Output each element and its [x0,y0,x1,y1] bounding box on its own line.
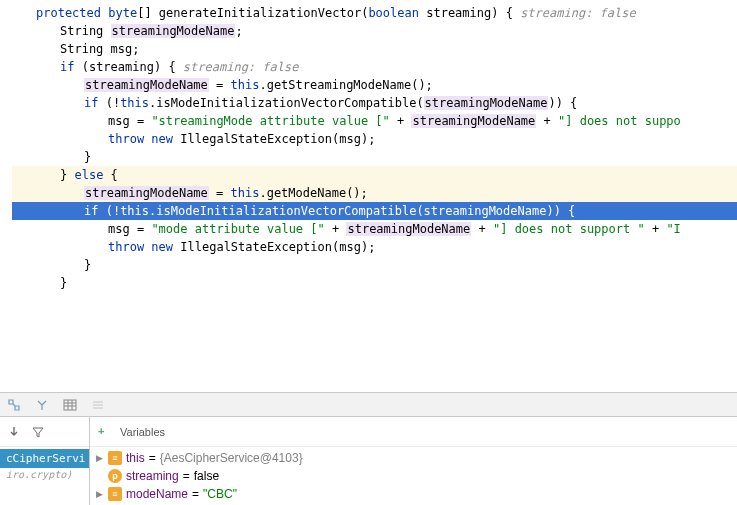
variable: msg [108,114,130,128]
variable: streamingModeName [411,114,536,128]
keyword: this [231,78,260,92]
method-call: getStreamingModeName [267,78,412,92]
expand-arrow-icon[interactable]: ▶ [94,489,104,499]
keyword: this [120,96,149,110]
code-line: } [12,256,737,274]
variable-name: this [126,451,145,465]
string-literal: "] does not suppo [558,114,681,128]
code-line: msg = "mode attribute value [" + streami… [12,220,737,238]
stack-frame-package: iro.crypto) [0,468,89,481]
code-line: streamingModeName = this.getStreamingMod… [12,76,737,94]
field-icon: ≡ [108,487,122,501]
variable-name: modeName [126,487,188,501]
keyword: new [151,240,173,254]
variable: streaming [89,60,154,74]
keyword: throw [108,132,144,146]
method-call: isModeInitializationVectorCompatible [156,96,416,110]
keyword: boolean [368,6,419,20]
string-literal: "streamingMode attribute value [" [151,114,389,128]
variable-row[interactable]: ▶ ≡ modeName = "CBC" [94,485,733,503]
variables-title: Variables [120,426,165,438]
debug-pane: cCipherServi iro.crypto) + Variables ▶ ≡… [0,417,737,505]
code-line: streamingModeName = this.getModeName(); [12,184,737,202]
code-line: protected byte[] generateInitializationV… [12,4,737,22]
variable: msg [111,42,133,56]
step-down-icon[interactable] [6,424,22,440]
keyword: if [84,96,98,110]
expand-arrow-icon[interactable]: ▶ [94,453,104,463]
equals: = [183,469,190,483]
code-line: } [12,274,737,292]
variable: msg [339,132,361,146]
type: String [60,42,103,56]
svg-rect-0 [64,400,76,410]
field-icon: ≡ [108,451,122,465]
variable: streamingModeName [111,24,236,38]
settings-icon[interactable] [34,397,50,413]
method-call: isModeInitializationVectorCompatible [156,204,416,218]
keyword: protected [36,6,101,20]
code-line: if (!this.isModeInitializationVectorComp… [12,94,737,112]
type: IllegalStateException [180,132,332,146]
variable: streamingModeName [424,204,547,218]
variable-value: false [194,469,219,483]
stack-frame[interactable]: cCipherServi [0,449,89,468]
keyword: this [231,186,260,200]
variable-value: {AesCipherService@4103} [160,451,303,465]
add-watch-icon[interactable]: + [98,425,112,439]
frames-toolbar [0,417,89,447]
debug-toolbar [0,393,737,417]
variable-name: streaming [126,469,179,483]
param: streaming [426,6,491,20]
method-call: getModeName [267,186,346,200]
string-literal: "mode attribute value [" [151,222,324,236]
string-literal: "] does not support " [493,222,645,236]
variable: msg [339,240,361,254]
keyword: else [74,168,103,182]
code-line: throw new IllegalStateException(msg); [12,130,737,148]
code-line: } [12,148,737,166]
method-name: generateInitializationVector [159,6,361,20]
keyword: new [151,132,173,146]
code-line: } else { [12,166,737,184]
frames-panel: cCipherServi iro.crypto) [0,417,90,505]
variables-header: + Variables [90,417,737,447]
variable-value: "CBC" [203,487,237,501]
variable: streamingModeName [84,186,209,200]
keyword: this [120,204,149,218]
inline-hint: streaming: false [520,6,636,20]
type: byte [108,6,137,20]
code-editor[interactable]: protected byte[] generateInitializationV… [0,0,737,392]
execution-line: if (!this.isModeInitializationVectorComp… [12,202,737,220]
code-line: if (streaming) { streaming: false [12,58,737,76]
code-area: protected byte[] generateInitializationV… [0,0,737,296]
list-view-icon[interactable] [90,397,106,413]
table-view-icon[interactable] [62,397,78,413]
variables-panel: + Variables ▶ ≡ this = {AesCipherService… [90,417,737,505]
type: String [60,24,103,38]
variable: msg [108,222,130,236]
variable: streamingModeName [84,78,209,92]
code-line: String msg; [12,40,737,58]
variable: streamingModeName [424,96,549,110]
string-literal: "I [666,222,680,236]
keyword: if [84,204,98,218]
restore-layout-icon[interactable] [6,397,22,413]
code-line: throw new IllegalStateException(msg); [12,238,737,256]
filter-icon[interactable] [30,424,46,440]
variable-row[interactable]: p streaming = false [94,467,733,485]
variable: streamingModeName [346,222,471,236]
variable-row[interactable]: ▶ ≡ this = {AesCipherService@4103} [94,449,733,467]
keyword: throw [108,240,144,254]
param-icon: p [108,469,122,483]
code-line: msg = "streamingMode attribute value [" … [12,112,737,130]
equals: = [149,451,156,465]
equals: = [192,487,199,501]
code-line: String streamingModeName; [12,22,737,40]
inline-hint: streaming: false [183,60,299,74]
type: IllegalStateException [180,240,332,254]
keyword: if [60,60,74,74]
variables-tree[interactable]: ▶ ≡ this = {AesCipherService@4103} p str… [90,447,737,505]
